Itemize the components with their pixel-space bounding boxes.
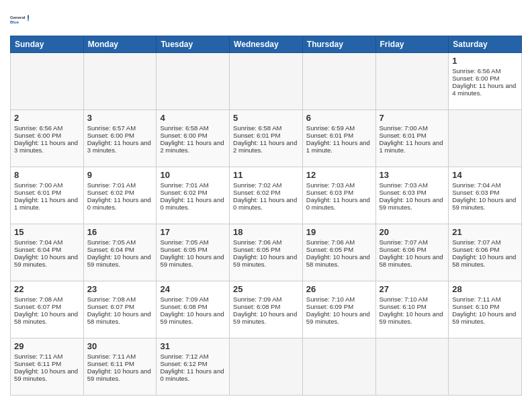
day-number: 28 [452,284,518,294]
sunset: Sunset: 6:10 PM [452,303,499,310]
daylight: Daylight: 11 hours and 0 minutes. [87,196,151,211]
sunrise: Sunrise: 6:57 AM [87,124,136,132]
svg-text:General: General [10,15,26,19]
day-number: 13 [380,170,445,180]
sunrise: Sunrise: 7:12 AM [160,353,208,360]
header-saturday: Saturday [449,36,522,53]
calendar-cell-24: 24Sunrise: 7:09 AMSunset: 6:08 PMDayligh… [157,281,230,338]
sunset: Sunset: 6:07 PM [14,303,61,310]
day-number: 29 [14,341,80,351]
sunrise: Sunrise: 7:08 AM [87,295,136,303]
calendar-cell-29: 29Sunrise: 7:11 AMSunset: 6:11 PMDayligh… [11,338,84,396]
header-friday: Friday [375,36,449,53]
daylight: Daylight: 10 hours and 59 minutes. [380,196,443,211]
sunrise: Sunrise: 7:04 AM [14,238,62,246]
sunrise: Sunrise: 7:09 AM [160,295,208,303]
empty-cell [11,53,84,110]
day-number: 17 [160,227,226,237]
daylight: Daylight: 10 hours and 58 minutes. [452,253,516,268]
sunset: Sunset: 6:00 PM [14,132,61,139]
sunset: Sunset: 6:01 PM [380,132,427,139]
calendar-cell-30: 30Sunrise: 7:11 AMSunset: 6:11 PMDayligh… [83,338,157,396]
sunset: Sunset: 6:05 PM [233,246,280,253]
daylight: Daylight: 11 hours and 2 minutes. [160,139,224,154]
empty-cell [157,53,230,110]
header-row: SundayMondayTuesdayWednesdayThursdayFrid… [11,36,522,53]
calendar-cell-9: 9Sunrise: 7:01 AMSunset: 6:02 PMDaylight… [83,167,157,224]
day-number: 23 [87,284,153,294]
calendar-cell-21: 21Sunrise: 7:07 AMSunset: 6:06 PMDayligh… [449,224,522,281]
empty-cell [375,338,449,396]
day-number: 1 [452,56,518,66]
svg-text:Blue: Blue [10,20,19,24]
sunrise: Sunrise: 6:56 AM [14,124,62,132]
calendar-cell-13: 13Sunrise: 7:03 AMSunset: 6:03 PMDayligh… [375,167,449,224]
day-number: 27 [380,284,445,294]
sunrise: Sunrise: 7:06 AM [233,238,281,246]
sunrise: Sunrise: 6:56 AM [452,67,500,75]
calendar-cell-10: 10Sunrise: 7:01 AMSunset: 6:02 PMDayligh… [157,167,230,224]
header-monday: Monday [83,36,157,53]
day-number: 20 [380,227,445,237]
day-number: 26 [306,284,372,294]
empty-cell [375,53,449,110]
sunrise: Sunrise: 7:11 AM [452,295,500,303]
calendar-cell-1: 1Sunrise: 6:56 AMSunset: 6:00 PMDaylight… [449,53,522,110]
calendar-cell-7: 7Sunrise: 7:00 AMSunset: 6:01 PMDaylight… [375,110,449,167]
daylight: Daylight: 10 hours and 59 minutes. [87,253,151,268]
sunset: Sunset: 6:09 PM [306,303,353,310]
sunrise: Sunrise: 7:05 AM [160,238,208,246]
sunrise: Sunrise: 7:07 AM [380,238,428,246]
daylight: Daylight: 10 hours and 58 minutes. [14,310,78,325]
day-number: 11 [233,170,299,180]
sunrise: Sunrise: 7:01 AM [160,181,208,189]
calendar-cell-17: 17Sunrise: 7:05 AMSunset: 6:05 PMDayligh… [157,224,230,281]
day-number: 7 [380,113,445,123]
header-tuesday: Tuesday [157,36,230,53]
calendar-cell-23: 23Sunrise: 7:08 AMSunset: 6:07 PMDayligh… [83,281,157,338]
sunrise: Sunrise: 7:10 AM [380,295,428,303]
calendar-week-4: 15Sunrise: 7:04 AMSunset: 6:04 PMDayligh… [11,224,522,281]
daylight: Daylight: 11 hours and 4 minutes. [452,82,516,97]
calendar-cell-2: 2Sunrise: 6:56 AMSunset: 6:00 PMDaylight… [11,110,84,167]
sunrise: Sunrise: 7:04 AM [452,181,500,189]
sunrise: Sunrise: 7:03 AM [380,181,428,189]
sunset: Sunset: 6:04 PM [87,246,134,253]
daylight: Daylight: 11 hours and 3 minutes. [14,139,78,154]
sunset: Sunset: 6:00 PM [452,75,499,82]
sunrise: Sunrise: 6:58 AM [160,124,208,132]
calendar-week-5: 22Sunrise: 7:08 AMSunset: 6:07 PMDayligh… [11,281,522,338]
day-number: 16 [87,227,153,237]
sunrise: Sunrise: 7:05 AM [87,238,136,246]
day-number: 12 [306,170,372,180]
calendar-cell-18: 18Sunrise: 7:06 AMSunset: 6:05 PMDayligh… [230,224,303,281]
day-number: 15 [14,227,80,237]
day-number: 4 [160,113,226,123]
daylight: Daylight: 10 hours and 59 minutes. [233,310,297,325]
calendar-week-2: 2Sunrise: 6:56 AMSunset: 6:00 PMDaylight… [11,110,522,167]
empty-cell [83,53,157,110]
sunrise: Sunrise: 7:01 AM [87,181,136,189]
day-number: 5 [233,113,299,123]
sunrise: Sunrise: 7:09 AM [233,295,281,303]
empty-cell [449,338,522,396]
sunset: Sunset: 6:02 PM [233,189,280,196]
page-header: General Blue [10,10,522,29]
day-number: 21 [452,227,518,237]
daylight: Daylight: 11 hours and 0 minutes. [160,196,224,211]
daylight: Daylight: 11 hours and 2 minutes. [233,139,297,154]
calendar-cell-14: 14Sunrise: 7:04 AMSunset: 6:03 PMDayligh… [449,167,522,224]
calendar-table: SundayMondayTuesdayWednesdayThursdayFrid… [10,36,522,396]
day-number: 3 [87,113,153,123]
sunset: Sunset: 6:07 PM [87,303,134,310]
sunrise: Sunrise: 6:59 AM [306,124,355,132]
calendar-cell-3: 3Sunrise: 6:57 AMSunset: 6:00 PMDaylight… [83,110,157,167]
daylight: Daylight: 10 hours and 59 minutes. [160,310,224,325]
calendar-week-3: 8Sunrise: 7:00 AMSunset: 6:01 PMDaylight… [11,167,522,224]
header-sunday: Sunday [11,36,84,53]
calendar-cell-12: 12Sunrise: 7:03 AMSunset: 6:03 PMDayligh… [302,167,375,224]
header-thursday: Thursday [302,36,375,53]
sunset: Sunset: 6:11 PM [87,360,134,367]
calendar-cell-16: 16Sunrise: 7:05 AMSunset: 6:04 PMDayligh… [83,224,157,281]
empty-cell [302,53,375,110]
